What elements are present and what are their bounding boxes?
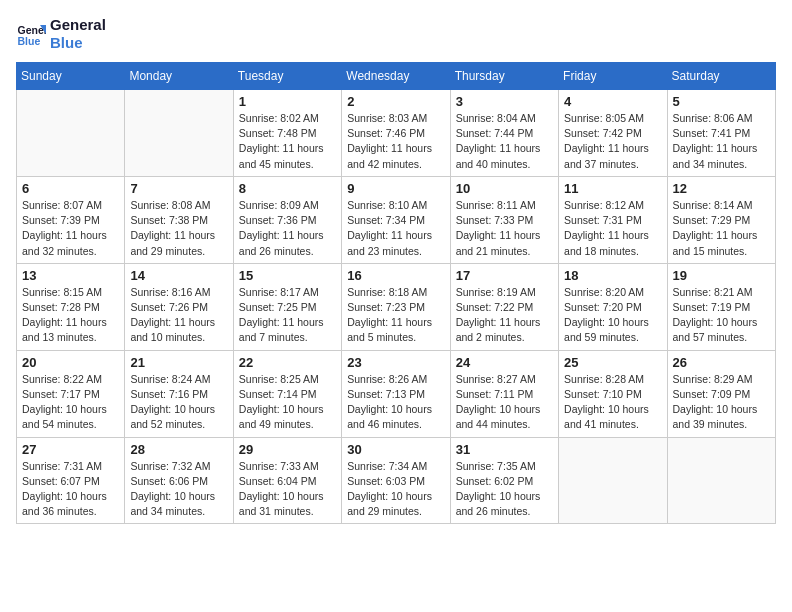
calendar-cell: 20Sunrise: 8:22 AMSunset: 7:17 PMDayligh… xyxy=(17,350,125,437)
day-info: Sunrise: 8:03 AMSunset: 7:46 PMDaylight:… xyxy=(347,111,444,172)
calendar-cell: 8Sunrise: 8:09 AMSunset: 7:36 PMDaylight… xyxy=(233,176,341,263)
calendar-cell: 13Sunrise: 8:15 AMSunset: 7:28 PMDayligh… xyxy=(17,263,125,350)
day-info: Sunrise: 8:12 AMSunset: 7:31 PMDaylight:… xyxy=(564,198,661,259)
calendar-cell: 31Sunrise: 7:35 AMSunset: 6:02 PMDayligh… xyxy=(450,437,558,524)
day-number: 5 xyxy=(673,94,770,109)
day-number: 31 xyxy=(456,442,553,457)
day-number: 2 xyxy=(347,94,444,109)
day-number: 3 xyxy=(456,94,553,109)
calendar-cell: 12Sunrise: 8:14 AMSunset: 7:29 PMDayligh… xyxy=(667,176,775,263)
day-number: 12 xyxy=(673,181,770,196)
calendar-cell: 2Sunrise: 8:03 AMSunset: 7:46 PMDaylight… xyxy=(342,90,450,177)
day-number: 10 xyxy=(456,181,553,196)
calendar-cell xyxy=(667,437,775,524)
calendar-cell: 23Sunrise: 8:26 AMSunset: 7:13 PMDayligh… xyxy=(342,350,450,437)
calendar-cell: 19Sunrise: 8:21 AMSunset: 7:19 PMDayligh… xyxy=(667,263,775,350)
week-row-5: 27Sunrise: 7:31 AMSunset: 6:07 PMDayligh… xyxy=(17,437,776,524)
day-info: Sunrise: 8:15 AMSunset: 7:28 PMDaylight:… xyxy=(22,285,119,346)
calendar-cell: 9Sunrise: 8:10 AMSunset: 7:34 PMDaylight… xyxy=(342,176,450,263)
day-number: 19 xyxy=(673,268,770,283)
calendar-cell: 30Sunrise: 7:34 AMSunset: 6:03 PMDayligh… xyxy=(342,437,450,524)
calendar-cell: 28Sunrise: 7:32 AMSunset: 6:06 PMDayligh… xyxy=(125,437,233,524)
day-number: 16 xyxy=(347,268,444,283)
day-info: Sunrise: 8:29 AMSunset: 7:09 PMDaylight:… xyxy=(673,372,770,433)
day-info: Sunrise: 8:16 AMSunset: 7:26 PMDaylight:… xyxy=(130,285,227,346)
logo-icon: General Blue xyxy=(16,19,46,49)
day-info: Sunrise: 8:24 AMSunset: 7:16 PMDaylight:… xyxy=(130,372,227,433)
day-number: 22 xyxy=(239,355,336,370)
calendar-cell: 16Sunrise: 8:18 AMSunset: 7:23 PMDayligh… xyxy=(342,263,450,350)
weekday-header-friday: Friday xyxy=(559,63,667,90)
week-row-2: 6Sunrise: 8:07 AMSunset: 7:39 PMDaylight… xyxy=(17,176,776,263)
calendar-cell: 15Sunrise: 8:17 AMSunset: 7:25 PMDayligh… xyxy=(233,263,341,350)
svg-text:Blue: Blue xyxy=(18,35,41,47)
day-info: Sunrise: 7:32 AMSunset: 6:06 PMDaylight:… xyxy=(130,459,227,520)
weekday-header-row: SundayMondayTuesdayWednesdayThursdayFrid… xyxy=(17,63,776,90)
week-row-1: 1Sunrise: 8:02 AMSunset: 7:48 PMDaylight… xyxy=(17,90,776,177)
calendar-cell: 24Sunrise: 8:27 AMSunset: 7:11 PMDayligh… xyxy=(450,350,558,437)
calendar-cell: 29Sunrise: 7:33 AMSunset: 6:04 PMDayligh… xyxy=(233,437,341,524)
weekday-header-wednesday: Wednesday xyxy=(342,63,450,90)
day-info: Sunrise: 8:04 AMSunset: 7:44 PMDaylight:… xyxy=(456,111,553,172)
week-row-4: 20Sunrise: 8:22 AMSunset: 7:17 PMDayligh… xyxy=(17,350,776,437)
calendar-cell xyxy=(125,90,233,177)
day-info: Sunrise: 8:25 AMSunset: 7:14 PMDaylight:… xyxy=(239,372,336,433)
day-number: 13 xyxy=(22,268,119,283)
calendar-cell: 10Sunrise: 8:11 AMSunset: 7:33 PMDayligh… xyxy=(450,176,558,263)
calendar-cell: 4Sunrise: 8:05 AMSunset: 7:42 PMDaylight… xyxy=(559,90,667,177)
day-info: Sunrise: 7:35 AMSunset: 6:02 PMDaylight:… xyxy=(456,459,553,520)
day-info: Sunrise: 8:14 AMSunset: 7:29 PMDaylight:… xyxy=(673,198,770,259)
calendar-cell: 26Sunrise: 8:29 AMSunset: 7:09 PMDayligh… xyxy=(667,350,775,437)
calendar-cell: 17Sunrise: 8:19 AMSunset: 7:22 PMDayligh… xyxy=(450,263,558,350)
day-number: 6 xyxy=(22,181,119,196)
weekday-header-thursday: Thursday xyxy=(450,63,558,90)
calendar-cell: 5Sunrise: 8:06 AMSunset: 7:41 PMDaylight… xyxy=(667,90,775,177)
day-info: Sunrise: 7:31 AMSunset: 6:07 PMDaylight:… xyxy=(22,459,119,520)
weekday-header-sunday: Sunday xyxy=(17,63,125,90)
day-number: 14 xyxy=(130,268,227,283)
week-row-3: 13Sunrise: 8:15 AMSunset: 7:28 PMDayligh… xyxy=(17,263,776,350)
day-number: 4 xyxy=(564,94,661,109)
day-number: 25 xyxy=(564,355,661,370)
day-info: Sunrise: 8:27 AMSunset: 7:11 PMDaylight:… xyxy=(456,372,553,433)
day-info: Sunrise: 8:21 AMSunset: 7:19 PMDaylight:… xyxy=(673,285,770,346)
day-number: 30 xyxy=(347,442,444,457)
day-number: 23 xyxy=(347,355,444,370)
day-number: 9 xyxy=(347,181,444,196)
day-info: Sunrise: 8:10 AMSunset: 7:34 PMDaylight:… xyxy=(347,198,444,259)
day-number: 8 xyxy=(239,181,336,196)
logo-text: GeneralBlue xyxy=(50,16,106,52)
day-number: 21 xyxy=(130,355,227,370)
calendar-cell: 6Sunrise: 8:07 AMSunset: 7:39 PMDaylight… xyxy=(17,176,125,263)
day-info: Sunrise: 8:08 AMSunset: 7:38 PMDaylight:… xyxy=(130,198,227,259)
day-info: Sunrise: 8:20 AMSunset: 7:20 PMDaylight:… xyxy=(564,285,661,346)
day-number: 7 xyxy=(130,181,227,196)
day-number: 29 xyxy=(239,442,336,457)
logo: General Blue GeneralBlue xyxy=(16,16,106,52)
day-number: 26 xyxy=(673,355,770,370)
calendar-cell: 11Sunrise: 8:12 AMSunset: 7:31 PMDayligh… xyxy=(559,176,667,263)
calendar-cell: 1Sunrise: 8:02 AMSunset: 7:48 PMDaylight… xyxy=(233,90,341,177)
calendar-cell: 3Sunrise: 8:04 AMSunset: 7:44 PMDaylight… xyxy=(450,90,558,177)
weekday-header-tuesday: Tuesday xyxy=(233,63,341,90)
day-number: 11 xyxy=(564,181,661,196)
day-number: 1 xyxy=(239,94,336,109)
day-info: Sunrise: 8:06 AMSunset: 7:41 PMDaylight:… xyxy=(673,111,770,172)
day-info: Sunrise: 8:28 AMSunset: 7:10 PMDaylight:… xyxy=(564,372,661,433)
day-info: Sunrise: 8:22 AMSunset: 7:17 PMDaylight:… xyxy=(22,372,119,433)
day-number: 18 xyxy=(564,268,661,283)
day-number: 17 xyxy=(456,268,553,283)
calendar-cell: 25Sunrise: 8:28 AMSunset: 7:10 PMDayligh… xyxy=(559,350,667,437)
calendar-cell: 22Sunrise: 8:25 AMSunset: 7:14 PMDayligh… xyxy=(233,350,341,437)
day-info: Sunrise: 8:19 AMSunset: 7:22 PMDaylight:… xyxy=(456,285,553,346)
calendar-cell: 27Sunrise: 7:31 AMSunset: 6:07 PMDayligh… xyxy=(17,437,125,524)
day-info: Sunrise: 7:34 AMSunset: 6:03 PMDaylight:… xyxy=(347,459,444,520)
calendar-cell: 18Sunrise: 8:20 AMSunset: 7:20 PMDayligh… xyxy=(559,263,667,350)
page-header: General Blue GeneralBlue xyxy=(16,16,776,52)
day-info: Sunrise: 8:26 AMSunset: 7:13 PMDaylight:… xyxy=(347,372,444,433)
calendar-cell: 14Sunrise: 8:16 AMSunset: 7:26 PMDayligh… xyxy=(125,263,233,350)
day-number: 28 xyxy=(130,442,227,457)
day-info: Sunrise: 8:17 AMSunset: 7:25 PMDaylight:… xyxy=(239,285,336,346)
calendar-cell xyxy=(559,437,667,524)
day-number: 20 xyxy=(22,355,119,370)
